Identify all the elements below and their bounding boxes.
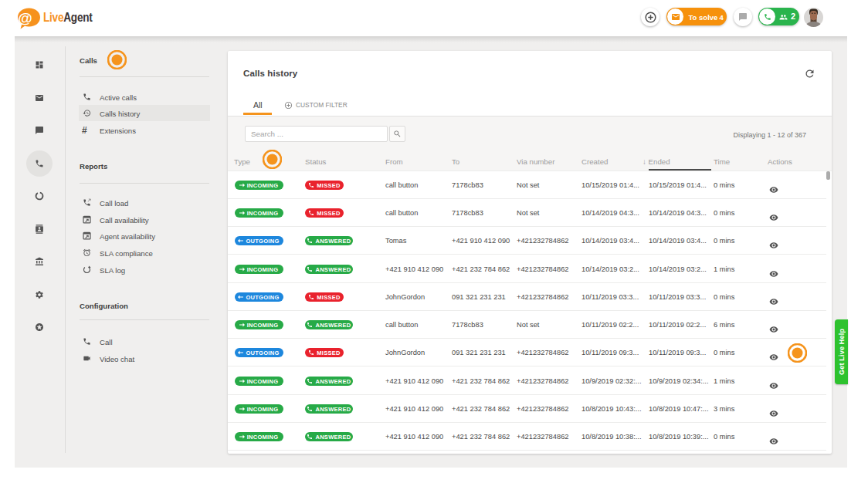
svg-text:@: @ bbox=[18, 10, 32, 26]
